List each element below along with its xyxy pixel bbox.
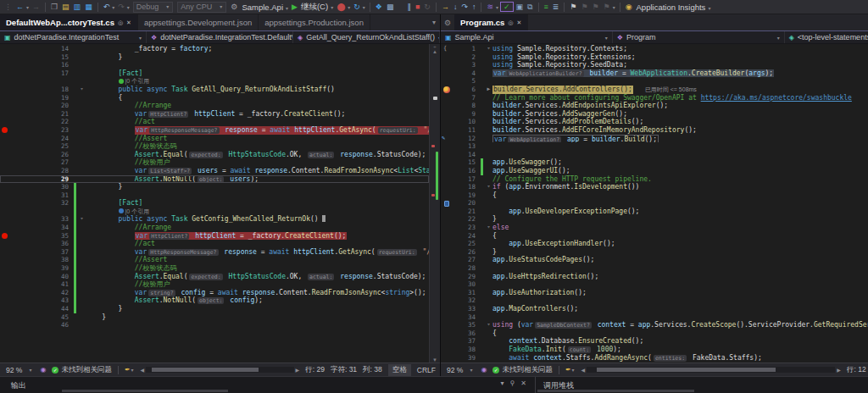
tab-Program.cs[interactable]: Program.cs◎✕	[454, 14, 528, 30]
glyph-margin[interactable]	[441, 264, 458, 273]
undo-icon[interactable]: ↶▾	[102, 3, 116, 11]
sync-view-icon[interactable]: ▩	[385, 3, 396, 11]
restart-app-icon[interactable]: ↻	[352, 3, 362, 11]
pause-icon[interactable]: ∥	[405, 3, 413, 11]
code-line[interactable]: 15app.UseSwagger();	[441, 158, 868, 167]
code-line[interactable]: 10builder.Services.AddProblemDetails();	[441, 118, 868, 126]
code-line[interactable]: 25 //校验状态码	[0, 142, 429, 151]
toolbar-grip-icon[interactable]: ⋮	[3, 3, 14, 11]
glyph-margin[interactable]	[441, 94, 458, 102]
browse-code-icon[interactable]: ❖	[374, 3, 384, 11]
show-next-statement-icon[interactable]: →	[440, 3, 451, 11]
glyph-margin[interactable]	[441, 208, 458, 216]
glyph-margin[interactable]	[441, 151, 458, 159]
glyph-margin[interactable]	[441, 61, 458, 69]
code-line[interactable]: 42 varstring? config = await response.Co…	[0, 289, 429, 297]
application-insights-icon[interactable]: ◉	[624, 3, 634, 11]
code-line[interactable]: 11builder.Services.AddEFCoreInMemoryAndR…	[441, 126, 868, 135]
nav-dropdown-class-icon[interactable]: ❖dotNetParadise.IntegrationTest.DefaultW…	[147, 31, 293, 43]
scrollbar-track[interactable]	[430, 54, 440, 357]
glyph-margin[interactable]	[0, 240, 10, 248]
save-icon[interactable]: ▥	[72, 3, 83, 11]
show-next-statement-icon[interactable]: →	[440, 3, 451, 11]
code-line[interactable]: 20 //Arrange	[0, 102, 429, 110]
glyph-margin[interactable]	[0, 289, 10, 297]
open-folder-icon[interactable]: ▤	[60, 3, 71, 11]
code-editor-right[interactable]: {1▿using Sample.Repository.Contexts;2usi…	[441, 44, 868, 363]
editor-pen-icon[interactable]: ✒▾	[565, 366, 576, 374]
code-line[interactable]: 28 varList<Staff>? users = await respons…	[0, 167, 429, 175]
code-line[interactable]: 29app.UseHttpsRedirection();	[441, 273, 868, 281]
zoom-select[interactable]: 92 %▾	[4, 366, 34, 374]
scroll-right-icon[interactable]: ▶	[837, 367, 841, 373]
glyph-margin[interactable]	[441, 167, 458, 175]
code-line[interactable]: 18▿if (app.Environment.IsDevelopment())	[441, 183, 868, 191]
code-line[interactable]: 23▿else	[441, 224, 868, 232]
code-line[interactable]: 41 //校验用户	[0, 280, 429, 289]
code-line[interactable]: 33▿ public async Task GetConfig_WhenCall…	[0, 215, 429, 224]
restart-debug-icon[interactable]: ↻	[422, 3, 432, 11]
prev-bookmark-icon[interactable]: ⚑	[579, 3, 589, 11]
glyph-margin[interactable]	[441, 77, 458, 86]
code-line[interactable]: 19 {	[0, 94, 429, 102]
hot-reload-icon[interactable]: ⬤	[335, 3, 347, 11]
code-line[interactable]: 22}	[441, 215, 868, 224]
tab-DefaultWebAp...ctoryTest.cs[interactable]: DefaultWebAp...ctoryTest.cs◎✕	[0, 14, 138, 30]
glyph-margin[interactable]	[441, 224, 458, 232]
glyph-margin[interactable]	[0, 167, 10, 175]
glyph-margin[interactable]: ✎	[441, 135, 458, 143]
close-icon[interactable]: ✕	[516, 19, 521, 26]
glyph-margin[interactable]	[441, 296, 458, 305]
browse-code-icon[interactable]: ❖	[374, 3, 384, 11]
nav-dropdown-entry-point-icon[interactable]: ◈<top-level-statements-entry-point>▾	[785, 31, 868, 43]
code-line[interactable]: 20	[441, 199, 868, 208]
restart-debug-icon[interactable]: ↻	[422, 3, 432, 11]
toggle-bookmark-icon[interactable]: ⚑	[568, 3, 578, 11]
diagnostic-tools-icon[interactable]: ✓	[502, 3, 512, 11]
next-bookmark-icon[interactable]: ⚑	[590, 3, 600, 11]
code-line[interactable]: 24 //Assert	[0, 135, 429, 143]
code-line[interactable]: 24{	[441, 232, 868, 241]
nav-dropdown-project-icon[interactable]: ▣Sample.Api▾	[441, 31, 613, 43]
glyph-margin[interactable]	[441, 305, 458, 313]
glyph-margin[interactable]	[0, 256, 10, 264]
fold-arrow-icon[interactable]: ▿	[485, 45, 492, 53]
fold-arrow-icon[interactable]: ▿	[78, 86, 86, 94]
code-line[interactable]: 44 }	[0, 305, 429, 313]
stop-debug-icon[interactable]: ■	[414, 3, 421, 11]
glyph-margin[interactable]	[0, 248, 10, 257]
glyph-margin[interactable]	[0, 94, 10, 102]
code-line[interactable]: 40 Assert.Equal(expected: HttpStatusCode…	[0, 273, 429, 281]
code-line[interactable]: 27app.UseStatusCodePages();	[441, 256, 868, 264]
glyph-margin[interactable]	[0, 232, 10, 241]
step-over-icon[interactable]: ↷	[459, 3, 470, 11]
fold-arrow-icon[interactable]: ▿	[485, 321, 492, 329]
codelens-row[interactable]: |0 个引用	[0, 208, 429, 216]
code-line[interactable]: 6▶builder.Services.AddControllers();已用时间…	[441, 86, 868, 94]
clear-bookmarks-icon[interactable]: ⚑	[602, 3, 612, 11]
glyph-margin[interactable]	[0, 135, 10, 143]
glyph-margin[interactable]	[0, 296, 10, 305]
glyph-margin[interactable]	[0, 199, 10, 208]
glyph-margin[interactable]	[0, 86, 10, 94]
code-line[interactable]: 22 //act	[0, 118, 429, 126]
code-line[interactable]: 46	[0, 321, 429, 329]
startup-gear-icon[interactable]: ⚙	[229, 3, 239, 11]
save-icon[interactable]: ▥	[72, 3, 83, 11]
glyph-margin[interactable]	[441, 53, 458, 62]
glyph-margin[interactable]	[0, 158, 10, 167]
code-line[interactable]: 28	[441, 264, 868, 273]
code-line[interactable]: 45 }	[0, 313, 429, 322]
save-all-icon[interactable]: ▦	[83, 3, 94, 11]
clear-bookmarks-icon[interactable]: ⚑▾	[602, 3, 616, 11]
scroll-left-icon[interactable]: ◀	[581, 367, 586, 373]
step-out-icon[interactable]: ↑	[470, 3, 478, 11]
glyph-margin[interactable]	[441, 354, 458, 363]
glyph-margin[interactable]	[0, 110, 10, 119]
vertical-scrollbar-left[interactable]: ÷ ▲ ▼	[429, 44, 440, 363]
bookmark-icon[interactable]	[444, 201, 449, 207]
new-window-icon[interactable]: ❐	[49, 3, 59, 11]
code-line[interactable]: 34	[441, 313, 868, 322]
code-line[interactable]: 5	[441, 77, 868, 86]
scroll-right-icon[interactable]: ▶	[296, 367, 300, 373]
